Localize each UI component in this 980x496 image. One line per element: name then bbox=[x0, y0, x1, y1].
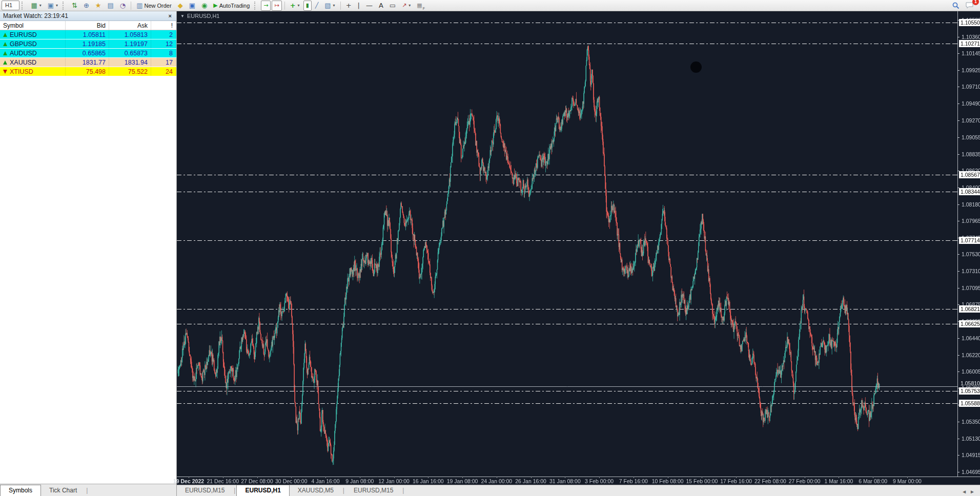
text-tool-icon: A bbox=[379, 2, 383, 10]
candlestick-icon: ▮ bbox=[306, 2, 309, 10]
chevron-down-icon: ▾ bbox=[333, 3, 335, 8]
templates-button[interactable]: ▧ ▾ bbox=[322, 1, 337, 11]
new-order-icon: ▥ bbox=[136, 2, 142, 10]
time-tick-label: 24 Jan 00:00 bbox=[481, 478, 512, 484]
price-tick-label: 1.08835 bbox=[962, 151, 980, 157]
symbol-name: XTIUSD bbox=[10, 68, 33, 75]
arrow-up-icon bbox=[3, 51, 7, 55]
rectangle-tool-button[interactable]: ▭ bbox=[387, 1, 398, 11]
bid-value: 1831.77 bbox=[66, 58, 109, 67]
autotrading-button[interactable]: ▶ AutoTrading bbox=[211, 1, 252, 11]
price-level-badge: 1.05753 bbox=[959, 387, 980, 395]
news-button[interactable]: ◉ bbox=[199, 1, 210, 11]
tab-separator: | bbox=[233, 485, 236, 496]
chart-tabbar: EURUSD,M15|EURUSD,H1XAUUSD,M5|EURUSD,M15… bbox=[177, 485, 980, 496]
price-chart-canvas[interactable] bbox=[177, 11, 980, 485]
notifications-button[interactable]: 1 bbox=[963, 1, 976, 11]
auto-scroll-button[interactable]: → bbox=[261, 1, 271, 11]
price-level-badge: 1.06821 bbox=[959, 305, 980, 313]
price-tick-label: 1.06220 bbox=[962, 352, 980, 358]
toolbar-grip[interactable] bbox=[63, 2, 67, 10]
new-order-button[interactable]: ▥ New Order bbox=[134, 1, 174, 11]
chart-tab-xauusd-m5[interactable]: XAUUSD,M5 bbox=[290, 485, 342, 496]
toolbar-grip[interactable] bbox=[254, 2, 259, 10]
auto-scroll-icon: → bbox=[263, 2, 268, 10]
chart-tab-eurusd-m15[interactable]: EURUSD,M15 bbox=[177, 485, 233, 496]
price-tick-label: 1.09490 bbox=[962, 100, 980, 107]
strategy-tester-button[interactable]: ◔ bbox=[117, 1, 128, 11]
toolbar-separator bbox=[131, 2, 131, 10]
arrows-tool-button[interactable]: ↗ ▾ bbox=[399, 1, 413, 11]
text-tool-button[interactable]: A bbox=[376, 1, 386, 11]
market-watch-titlebar: Market Watch: 23:19:41 × bbox=[0, 11, 176, 21]
time-tick-label: 27 Dec 08:00 bbox=[241, 478, 273, 484]
vps-monitor-icon: ▣ bbox=[189, 2, 195, 10]
spread-value: 17 bbox=[151, 58, 176, 67]
price-level-badge: 1.05588 bbox=[959, 400, 980, 407]
timeframe-button-h1[interactable]: H1 bbox=[2, 1, 19, 10]
spread-value: 24 bbox=[151, 67, 176, 76]
market-watch-row-xtiusd[interactable]: XTIUSD75.49875.52224 bbox=[0, 67, 176, 76]
tab-scroll-next-icon[interactable]: ► bbox=[970, 489, 975, 494]
time-tick-label: 17 Feb 16:00 bbox=[720, 478, 752, 484]
chart-tab-eurusd-h1[interactable]: EURUSD,H1 bbox=[236, 485, 289, 496]
spread-value: 8 bbox=[151, 49, 176, 57]
terminal-button[interactable]: ▤ bbox=[105, 1, 116, 11]
crosshair-button[interactable]: + bbox=[343, 1, 354, 11]
horizontal-line-button[interactable]: — bbox=[363, 1, 375, 11]
ask-value: 1.19197 bbox=[109, 39, 151, 48]
metaeditor-button[interactable]: ◆ bbox=[175, 1, 186, 11]
market-watch-row-xauusd[interactable]: XAUUSD1831.771831.9417 bbox=[0, 58, 176, 67]
panel-tab-tick-chart[interactable]: Tick Chart bbox=[41, 485, 85, 496]
market-watch-icon: ⇅ bbox=[72, 2, 77, 10]
line-chart-button[interactable]: ╱ bbox=[313, 1, 321, 11]
bid-value: 1.05811 bbox=[66, 30, 109, 39]
panel-tab-symbols[interactable]: Symbols bbox=[0, 485, 41, 496]
time-tick-label: 16 Jan 16:00 bbox=[413, 478, 444, 484]
chart-tab-eurusd-m15[interactable]: EURUSD,M15 bbox=[345, 485, 401, 496]
chart-shift-icon: ↦ bbox=[274, 2, 279, 10]
vertical-line-button[interactable]: | bbox=[355, 1, 362, 11]
chevron-down-icon: ▼ bbox=[180, 14, 185, 18]
vps-button[interactable]: ▣ bbox=[187, 1, 198, 11]
spread-value: 2 bbox=[151, 30, 176, 39]
navigator-button[interactable]: ★ bbox=[93, 1, 104, 11]
tab-scroll-prev-icon[interactable]: ◄ bbox=[962, 489, 967, 494]
close-icon[interactable]: × bbox=[167, 13, 173, 19]
spread-value: 12 bbox=[151, 39, 176, 48]
rectangle-icon: ▭ bbox=[390, 2, 396, 10]
time-tick-label: 30 Dec 00:00 bbox=[275, 478, 307, 484]
market-watch-row-audusd[interactable]: AUDUSD0.658650.658738 bbox=[0, 49, 176, 58]
chart-shift-button[interactable]: ↦ bbox=[272, 1, 281, 11]
chart-symbol-label[interactable]: ▼ EURUSD,H1 bbox=[180, 13, 220, 19]
ask-value: 1.05813 bbox=[109, 30, 151, 39]
search-icon bbox=[952, 2, 959, 9]
candlestick-chart-button[interactable]: ▮ bbox=[303, 1, 312, 11]
toolbar: M1M5M15M30H1H4D1W1MN ▦ ▾ ▣ ▾ ⇅ ⊕ ★ ▤ ◔ ▥… bbox=[0, 0, 980, 11]
grid-icon-letter: F bbox=[423, 7, 425, 10]
current-price-label: 1.05810 bbox=[961, 380, 980, 386]
line-chart-icon: ╱ bbox=[315, 2, 319, 10]
toolbar-grip[interactable] bbox=[22, 2, 26, 10]
new-chart-button[interactable]: ▦ ▾ bbox=[28, 1, 44, 11]
market-watch-row-gbpusd[interactable]: GBPUSD1.191851.1919712 bbox=[0, 39, 176, 49]
arrow-down-icon bbox=[3, 70, 7, 74]
price-tick-label: 1.08180 bbox=[962, 201, 980, 208]
foreground-chart-button[interactable]: ▦ F bbox=[414, 1, 427, 11]
price-level-badge: 1.08567 bbox=[959, 171, 980, 178]
time-tick-label: 9 Mar 00:00 bbox=[893, 478, 922, 484]
toolbar-separator bbox=[284, 2, 285, 10]
ask-value: 75.522 bbox=[109, 67, 151, 76]
chart-profiles-button[interactable]: ▣ ▾ bbox=[45, 1, 60, 11]
time-tick-label: 27 Feb 00:00 bbox=[789, 478, 821, 484]
column-header-spread: ! bbox=[151, 21, 176, 30]
data-window-button[interactable]: ⊕ bbox=[81, 1, 92, 11]
indicators-button[interactable]: + ▾ bbox=[288, 1, 302, 11]
toolbar-separator bbox=[340, 2, 341, 10]
market-watch-toggle-button[interactable]: ⇅ bbox=[69, 1, 80, 11]
market-watch-row-eurusd[interactable]: EURUSD1.058111.058132 bbox=[0, 30, 176, 39]
price-tick-label: 1.04915 bbox=[962, 452, 980, 458]
news-signal-icon: ◉ bbox=[201, 2, 207, 10]
market-watch-panel: Market Watch: 23:19:41 × SymbolBidAsk! E… bbox=[0, 11, 176, 496]
search-button[interactable] bbox=[950, 1, 962, 11]
